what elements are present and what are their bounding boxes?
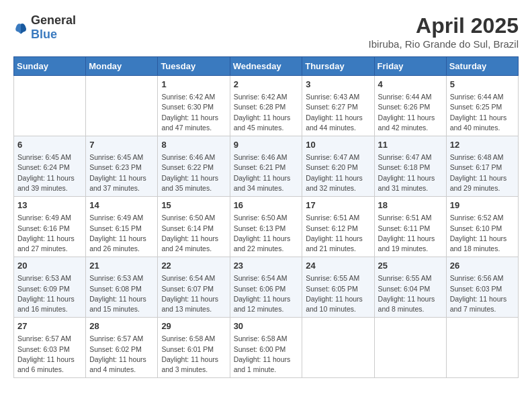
day-header-saturday: Saturday bbox=[446, 57, 518, 76]
day-info: Sunrise: 6:54 AM Sunset: 6:07 PM Dayligh… bbox=[161, 273, 226, 314]
day-info: Sunrise: 6:57 AM Sunset: 6:03 PM Dayligh… bbox=[17, 334, 82, 375]
day-number: 20 bbox=[17, 260, 82, 272]
calendar-title: April 2025 bbox=[369, 13, 519, 38]
day-info: Sunrise: 6:50 AM Sunset: 6:13 PM Dayligh… bbox=[234, 213, 299, 254]
calendar-cell: 5Sunrise: 6:44 AM Sunset: 6:25 PM Daylig… bbox=[446, 76, 518, 136]
day-info: Sunrise: 6:46 AM Sunset: 6:22 PM Dayligh… bbox=[161, 152, 226, 193]
day-info: Sunrise: 6:58 AM Sunset: 6:01 PM Dayligh… bbox=[161, 334, 226, 375]
calendar-cell: 3Sunrise: 6:43 AM Sunset: 6:27 PM Daylig… bbox=[302, 76, 374, 136]
day-number: 18 bbox=[378, 199, 443, 212]
logo-text-blue: Blue bbox=[31, 28, 57, 41]
day-number: 14 bbox=[89, 199, 154, 212]
day-info: Sunrise: 6:58 AM Sunset: 6:00 PM Dayligh… bbox=[234, 334, 299, 375]
day-number: 16 bbox=[234, 199, 299, 212]
day-info: Sunrise: 6:43 AM Sunset: 6:27 PM Dayligh… bbox=[306, 92, 370, 133]
day-info: Sunrise: 6:54 AM Sunset: 6:06 PM Dayligh… bbox=[234, 273, 299, 314]
day-number: 28 bbox=[89, 320, 154, 332]
day-info: Sunrise: 6:53 AM Sunset: 6:09 PM Dayligh… bbox=[17, 273, 82, 314]
calendar-week-row: 27Sunrise: 6:57 AM Sunset: 6:03 PM Dayli… bbox=[14, 318, 519, 378]
day-header-tuesday: Tuesday bbox=[158, 57, 230, 76]
day-info: Sunrise: 6:56 AM Sunset: 6:03 PM Dayligh… bbox=[450, 273, 515, 314]
calendar-cell: 27Sunrise: 6:57 AM Sunset: 6:03 PM Dayli… bbox=[14, 318, 86, 378]
calendar-cell: 26Sunrise: 6:56 AM Sunset: 6:03 PM Dayli… bbox=[446, 257, 518, 318]
day-info: Sunrise: 6:46 AM Sunset: 6:21 PM Dayligh… bbox=[234, 152, 299, 193]
day-number: 25 bbox=[378, 260, 443, 272]
calendar-cell bbox=[374, 318, 446, 378]
calendar-cell: 14Sunrise: 6:49 AM Sunset: 6:15 PM Dayli… bbox=[86, 197, 158, 257]
calendar-table: SundayMondayTuesdayWednesdayThursdayFrid… bbox=[13, 56, 519, 378]
calendar-cell: 12Sunrise: 6:48 AM Sunset: 6:17 PM Dayli… bbox=[446, 136, 518, 197]
calendar-cell: 25Sunrise: 6:55 AM Sunset: 6:04 PM Dayli… bbox=[374, 257, 446, 318]
day-info: Sunrise: 6:42 AM Sunset: 6:30 PM Dayligh… bbox=[161, 92, 226, 133]
calendar-cell: 1Sunrise: 6:42 AM Sunset: 6:30 PM Daylig… bbox=[158, 76, 230, 136]
day-info: Sunrise: 6:51 AM Sunset: 6:11 PM Dayligh… bbox=[378, 213, 443, 254]
day-number: 23 bbox=[234, 260, 299, 272]
logo-icon bbox=[13, 20, 28, 35]
calendar-cell: 10Sunrise: 6:47 AM Sunset: 6:20 PM Dayli… bbox=[302, 136, 374, 197]
calendar-week-row: 20Sunrise: 6:53 AM Sunset: 6:09 PM Dayli… bbox=[14, 257, 519, 318]
day-info: Sunrise: 6:49 AM Sunset: 6:15 PM Dayligh… bbox=[89, 213, 154, 254]
day-number: 29 bbox=[161, 320, 226, 332]
calendar-cell: 7Sunrise: 6:45 AM Sunset: 6:23 PM Daylig… bbox=[86, 136, 158, 197]
calendar-cell: 16Sunrise: 6:50 AM Sunset: 6:13 PM Dayli… bbox=[230, 197, 302, 257]
day-number: 13 bbox=[17, 199, 82, 212]
day-header-thursday: Thursday bbox=[302, 57, 374, 76]
day-number: 2 bbox=[234, 79, 299, 91]
calendar-subtitle: Ibiruba, Rio Grande do Sul, Brazil bbox=[369, 38, 519, 50]
calendar-cell bbox=[86, 76, 158, 136]
day-number: 8 bbox=[161, 139, 226, 151]
title-block: April 2025 Ibiruba, Rio Grande do Sul, B… bbox=[369, 13, 519, 50]
calendar-cell: 11Sunrise: 6:47 AM Sunset: 6:18 PM Dayli… bbox=[374, 136, 446, 197]
calendar-cell: 4Sunrise: 6:44 AM Sunset: 6:26 PM Daylig… bbox=[374, 76, 446, 136]
calendar-cell: 9Sunrise: 6:46 AM Sunset: 6:21 PM Daylig… bbox=[230, 136, 302, 197]
day-number: 3 bbox=[306, 79, 370, 91]
day-info: Sunrise: 6:42 AM Sunset: 6:28 PM Dayligh… bbox=[234, 92, 299, 133]
day-number: 11 bbox=[378, 139, 443, 151]
day-header-wednesday: Wednesday bbox=[230, 57, 302, 76]
day-info: Sunrise: 6:45 AM Sunset: 6:24 PM Dayligh… bbox=[17, 152, 82, 193]
day-number: 19 bbox=[450, 199, 515, 212]
day-number: 7 bbox=[89, 139, 154, 151]
day-number: 10 bbox=[306, 139, 370, 151]
calendar-cell: 17Sunrise: 6:51 AM Sunset: 6:12 PM Dayli… bbox=[302, 197, 374, 257]
day-number: 12 bbox=[450, 139, 515, 151]
calendar-cell bbox=[14, 76, 86, 136]
calendar-cell: 19Sunrise: 6:52 AM Sunset: 6:10 PM Dayli… bbox=[446, 197, 518, 257]
calendar-cell: 22Sunrise: 6:54 AM Sunset: 6:07 PM Dayli… bbox=[158, 257, 230, 318]
day-info: Sunrise: 6:47 AM Sunset: 6:20 PM Dayligh… bbox=[306, 152, 370, 193]
day-info: Sunrise: 6:55 AM Sunset: 6:05 PM Dayligh… bbox=[306, 273, 370, 314]
day-number: 15 bbox=[161, 199, 226, 212]
day-number: 30 bbox=[234, 320, 299, 332]
calendar-cell: 15Sunrise: 6:50 AM Sunset: 6:14 PM Dayli… bbox=[158, 197, 230, 257]
calendar-cell bbox=[302, 318, 374, 378]
calendar-cell: 29Sunrise: 6:58 AM Sunset: 6:01 PM Dayli… bbox=[158, 318, 230, 378]
calendar-cell: 2Sunrise: 6:42 AM Sunset: 6:28 PM Daylig… bbox=[230, 76, 302, 136]
day-info: Sunrise: 6:48 AM Sunset: 6:17 PM Dayligh… bbox=[450, 152, 515, 193]
day-info: Sunrise: 6:49 AM Sunset: 6:16 PM Dayligh… bbox=[17, 213, 82, 254]
day-header-sunday: Sunday bbox=[14, 57, 86, 76]
calendar-cell bbox=[446, 318, 518, 378]
calendar-cell: 24Sunrise: 6:55 AM Sunset: 6:05 PM Dayli… bbox=[302, 257, 374, 318]
day-number: 27 bbox=[17, 320, 82, 332]
day-number: 21 bbox=[89, 260, 154, 272]
day-header-friday: Friday bbox=[374, 57, 446, 76]
logo: General Blue bbox=[13, 13, 76, 42]
day-info: Sunrise: 6:55 AM Sunset: 6:04 PM Dayligh… bbox=[378, 273, 443, 314]
calendar-week-row: 6Sunrise: 6:45 AM Sunset: 6:24 PM Daylig… bbox=[14, 136, 519, 197]
day-header-monday: Monday bbox=[86, 57, 158, 76]
calendar-cell: 21Sunrise: 6:53 AM Sunset: 6:08 PM Dayli… bbox=[86, 257, 158, 318]
calendar-cell: 28Sunrise: 6:57 AM Sunset: 6:02 PM Dayli… bbox=[86, 318, 158, 378]
day-info: Sunrise: 6:50 AM Sunset: 6:14 PM Dayligh… bbox=[161, 213, 226, 254]
day-number: 4 bbox=[378, 79, 443, 91]
calendar-cell: 30Sunrise: 6:58 AM Sunset: 6:00 PM Dayli… bbox=[230, 318, 302, 378]
day-info: Sunrise: 6:47 AM Sunset: 6:18 PM Dayligh… bbox=[378, 152, 443, 193]
day-info: Sunrise: 6:52 AM Sunset: 6:10 PM Dayligh… bbox=[450, 213, 515, 254]
calendar-cell: 8Sunrise: 6:46 AM Sunset: 6:22 PM Daylig… bbox=[158, 136, 230, 197]
day-number: 17 bbox=[306, 199, 370, 212]
day-info: Sunrise: 6:57 AM Sunset: 6:02 PM Dayligh… bbox=[89, 334, 154, 375]
day-info: Sunrise: 6:45 AM Sunset: 6:23 PM Dayligh… bbox=[89, 152, 154, 193]
calendar-cell: 18Sunrise: 6:51 AM Sunset: 6:11 PM Dayli… bbox=[374, 197, 446, 257]
day-number: 6 bbox=[17, 139, 82, 151]
calendar-week-row: 13Sunrise: 6:49 AM Sunset: 6:16 PM Dayli… bbox=[14, 197, 519, 257]
day-info: Sunrise: 6:44 AM Sunset: 6:25 PM Dayligh… bbox=[450, 92, 515, 133]
